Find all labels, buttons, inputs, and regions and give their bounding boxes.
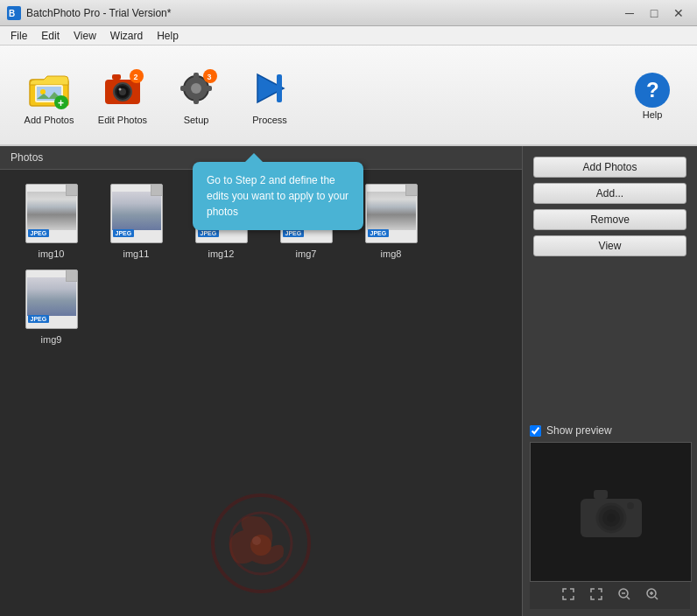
list-item[interactable]: JPEG img8 — [354, 184, 428, 259]
preview-camera-icon — [576, 481, 646, 542]
tooltip-text: Go to Step 2 and define the edits you wa… — [207, 174, 348, 218]
edit-photos-label: Edit Photos — [98, 115, 147, 125]
photo-thumb: JPEG — [21, 184, 82, 245]
help-label: Help — [643, 109, 663, 120]
app-icon: B — [7, 6, 21, 20]
list-item[interactable]: JPEG img9 — [14, 270, 88, 345]
photo-name: img7 — [296, 248, 317, 259]
photo-thumb: JPEG — [21, 270, 82, 331]
svg-point-35 — [607, 514, 616, 522]
preview-section: Show preview — [523, 417, 697, 616]
photo-name: img12 — [208, 248, 235, 259]
maximize-button[interactable]: □ — [643, 4, 665, 22]
svg-rect-25 — [277, 74, 282, 102]
svg-point-31 — [252, 536, 261, 545]
jpeg-badge: JPEG — [368, 229, 390, 237]
photo-thumb: JPEG — [361, 184, 422, 245]
svg-text:3: 3 — [208, 73, 212, 81]
photo-name: img10 — [39, 248, 65, 259]
add-ellipsis-button[interactable]: Add... — [533, 183, 686, 204]
photo-doc: JPEG — [110, 184, 163, 243]
jpeg-badge: JPEG — [28, 315, 50, 323]
edit-photos-icon: 2 — [100, 66, 145, 111]
list-item[interactable]: JPEG img10 — [14, 184, 88, 259]
preview-controls — [530, 582, 690, 609]
view-button[interactable]: View — [533, 235, 686, 256]
jpeg-badge: JPEG — [113, 229, 135, 237]
svg-point-12 — [119, 88, 122, 90]
photos-panel: Photos Go to Step 2 and define the edits… — [0, 146, 522, 616]
svg-rect-19 — [194, 97, 199, 104]
tooltip-bubble: Go to Step 2 and define the edits you wa… — [193, 162, 363, 230]
show-preview-row: Show preview — [530, 424, 690, 437]
watermark-logo — [208, 491, 313, 598]
close-button[interactable]: ✕ — [667, 4, 690, 22]
svg-line-44 — [655, 597, 658, 599]
add-photos-icon: + — [26, 66, 72, 111]
process-button[interactable]: Process — [235, 53, 305, 136]
toolbar: + Add Photos 2 Edit Photos — [0, 46, 697, 146]
svg-rect-13 — [112, 74, 121, 80]
add-photos-label: Add Photos — [25, 115, 74, 125]
svg-rect-20 — [180, 86, 187, 91]
help-button[interactable]: ? Help — [622, 53, 683, 136]
menu-item-file[interactable]: File — [4, 28, 34, 44]
menu-item-view[interactable]: View — [67, 28, 103, 44]
zoom-out-button[interactable] — [617, 587, 631, 604]
photo-doc: JPEG — [25, 270, 78, 329]
add-photos-button[interactable]: + Add Photos — [14, 53, 84, 136]
zoom-out-icon — [617, 587, 631, 601]
setup-button[interactable]: 3 Setup — [161, 53, 231, 136]
svg-rect-21 — [205, 86, 212, 91]
setup-icon: 3 — [173, 66, 219, 111]
zoom-in-icon — [645, 587, 659, 601]
window-title: BatchPhoto Pro - Trial Version* — [26, 7, 618, 19]
edit-photos-button[interactable]: 2 Edit Photos — [88, 53, 158, 136]
svg-line-40 — [627, 597, 630, 599]
fit-out-icon — [589, 587, 603, 601]
fit-out-button[interactable] — [589, 587, 603, 604]
fit-in-icon — [561, 587, 575, 601]
title-bar: B BatchPhoto Pro - Trial Version* ─ □ ✕ — [0, 0, 697, 26]
fit-in-button[interactable] — [561, 587, 575, 604]
process-label: Process — [252, 115, 287, 125]
svg-text:2: 2 — [134, 73, 138, 81]
setup-label: Setup — [184, 115, 209, 125]
jpeg-badge: JPEG — [283, 229, 305, 237]
help-icon: ? — [633, 71, 672, 109]
svg-rect-18 — [194, 73, 199, 80]
show-preview-checkbox[interactable] — [530, 425, 541, 437]
svg-rect-36 — [594, 490, 608, 499]
photo-doc: JPEG — [365, 184, 418, 243]
minimize-button[interactable]: ─ — [618, 4, 641, 22]
window-controls: ─ □ ✕ — [618, 4, 690, 22]
jpeg-badge: JPEG — [28, 229, 50, 237]
photo-thumb: JPEG — [106, 184, 167, 245]
svg-text:B: B — [9, 9, 15, 18]
right-buttons: Add Photos Add... Remove View — [523, 146, 697, 267]
process-icon — [247, 66, 292, 111]
menu-item-edit[interactable]: Edit — [34, 28, 67, 44]
main-content: Photos Go to Step 2 and define the edits… — [0, 146, 697, 616]
svg-point-37 — [627, 502, 634, 509]
photo-name: img8 — [381, 248, 402, 259]
svg-point-17 — [191, 83, 201, 94]
menu-item-wizard[interactable]: Wizard — [103, 28, 150, 44]
preview-box — [530, 442, 692, 582]
jpeg-badge: JPEG — [198, 229, 220, 237]
add-photos-side-button[interactable]: Add Photos — [533, 157, 686, 178]
right-panel: Add Photos Add... Remove View Show previ… — [522, 146, 697, 616]
svg-text:?: ? — [646, 78, 659, 102]
show-preview-label[interactable]: Show preview — [546, 424, 612, 437]
photo-doc: JPEG — [25, 184, 78, 243]
photo-name: img11 — [123, 248, 150, 259]
svg-point-5 — [40, 89, 46, 94]
svg-text:+: + — [58, 97, 64, 109]
menu-item-help[interactable]: Help — [150, 28, 186, 44]
zoom-in-button[interactable] — [645, 587, 659, 604]
remove-button[interactable]: Remove — [533, 209, 686, 230]
list-item[interactable]: JPEG img11 — [99, 184, 173, 259]
menu-bar: FileEditViewWizardHelp — [0, 26, 697, 46]
photo-name: img9 — [41, 334, 62, 345]
